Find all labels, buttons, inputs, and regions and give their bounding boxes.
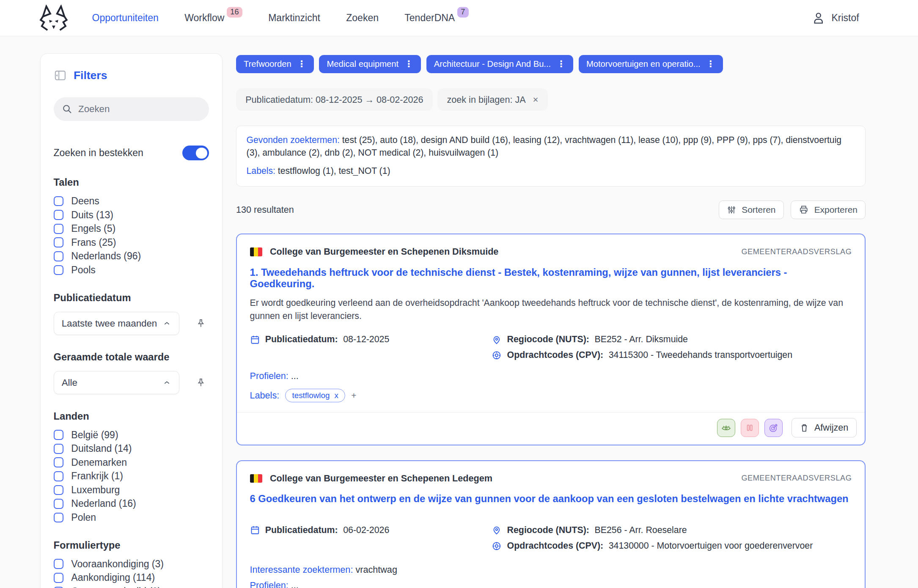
filters-title: Filters: [74, 69, 107, 82]
checkbox[interactable]: [54, 210, 64, 220]
wolf-logo-icon[interactable]: [39, 5, 69, 32]
talen-option-engels: Engels (5): [54, 223, 209, 234]
zoektermen-value: vrachtwag: [355, 564, 397, 575]
landen-option-duitsland: Duitsland (14): [54, 443, 209, 454]
watch-button[interactable]: [717, 419, 735, 437]
formuliertype-option-ontwerpwedstrijd: Ontwerpwedstrijd (0): [54, 586, 209, 588]
workflow-count-badge: 16: [227, 7, 242, 18]
checkbox[interactable]: [54, 587, 64, 588]
tender-title-link[interactable]: 1. Tweedehands heftruck voor de technisc…: [250, 267, 852, 290]
sliders-icon: [727, 205, 736, 214]
labels-label[interactable]: Labels:: [247, 166, 275, 176]
sort-button[interactable]: Sorteren: [719, 201, 783, 219]
waarde-select[interactable]: Alle: [54, 371, 179, 394]
checkbox[interactable]: [54, 573, 64, 583]
meta-label: Publicatiedatum:: [265, 334, 338, 345]
calendar-icon: [250, 525, 260, 535]
option-label: Engels (5): [71, 223, 115, 234]
kebab-menu-icon[interactable]: ⋮: [297, 59, 306, 69]
nav-item-opportuniteiten[interactable]: Opportuniteiten: [92, 12, 159, 24]
talen-option-nederlands: Nederlands (96): [54, 250, 209, 262]
landen-option-denemarken: Denemarken: [54, 457, 209, 468]
search-input[interactable]: [78, 104, 201, 115]
option-label: Polen: [71, 512, 96, 523]
regiocode-item: Regiocode (NUTS): BE252 - Arr. Diksmuide: [492, 334, 852, 345]
eye-icon: [721, 423, 731, 433]
checkbox[interactable]: [54, 265, 64, 275]
add-label-button[interactable]: +: [351, 390, 356, 401]
cpv-code-icon: [492, 350, 502, 360]
checkbox[interactable]: [54, 559, 64, 569]
pin-waarde-filter-button[interactable]: [196, 378, 206, 388]
nav-item-marktinzicht[interactable]: Marktinzicht: [268, 12, 320, 24]
zoektermen-label[interactable]: Interessante zoektermen:: [250, 564, 353, 575]
checkbox[interactable]: [54, 430, 64, 440]
profielen-label[interactable]: Profielen:: [250, 371, 289, 381]
hold-button[interactable]: [741, 419, 759, 437]
meta-value: BE252 - Arr. Diksmuide: [594, 334, 687, 345]
checkbox[interactable]: [54, 471, 64, 481]
option-label: Aankondiging (114): [71, 572, 155, 583]
reject-button[interactable]: Afwijzen: [792, 418, 857, 437]
tender-description: Er wordt goedkeuring verleend aan de ove…: [250, 297, 847, 322]
option-label: Duitsland (14): [71, 443, 132, 454]
nav-item-workflow[interactable]: Workflow 16: [184, 12, 242, 24]
checkbox[interactable]: [54, 499, 64, 509]
meta-value: 06-02-2026: [343, 525, 389, 536]
kebab-menu-icon[interactable]: ⋮: [706, 59, 715, 69]
remove-label-icon[interactable]: x: [335, 391, 338, 400]
collapse-panel-icon[interactable]: [54, 69, 67, 82]
option-label: Luxemburg: [71, 484, 120, 496]
label-chip-testflowlog[interactable]: testflowlog x: [285, 389, 345, 402]
tender-title-link[interactable]: 6 Goedkeuren van het ontwerp en de wijze…: [250, 493, 852, 505]
labels-label[interactable]: Labels:: [250, 390, 280, 401]
bestekken-toggle[interactable]: [182, 146, 209, 160]
chip-label: Trefwoorden: [244, 59, 291, 69]
checkbox[interactable]: [54, 237, 64, 247]
target-button[interactable]: [764, 419, 783, 437]
checkbox[interactable]: [54, 444, 64, 454]
export-label: Exporteren: [814, 205, 858, 215]
checkbox[interactable]: [54, 224, 64, 234]
checkbox[interactable]: [54, 251, 64, 261]
chip-architectuur[interactable]: Architectuur - Design And Bu... ⋮: [426, 55, 574, 73]
nav-item-tenderdna[interactable]: TenderDNA 7: [404, 12, 468, 24]
landen-title: Landen: [54, 411, 209, 422]
profielen-label[interactable]: Profielen:: [250, 580, 289, 588]
publicatiedatum-select[interactable]: Laatste twee maanden: [54, 312, 179, 335]
chip-motorvoertuigen[interactable]: Motorvoertuigen en operatio... ⋮: [579, 55, 723, 73]
filters-header: Filters: [54, 69, 209, 82]
checkbox[interactable]: [54, 485, 64, 495]
checkbox[interactable]: [54, 196, 64, 206]
dart-target-icon: [768, 423, 779, 433]
belgium-flag-icon: [250, 474, 262, 483]
pin-date-filter-button[interactable]: [196, 319, 206, 329]
zoektermen-row: Interessante zoektermen: vrachtwag: [250, 564, 852, 575]
tender-card-ledegem: College van Burgemeester en Schepenen Le…: [236, 460, 866, 588]
export-button[interactable]: Exporteren: [791, 201, 866, 219]
chip-label: Architectuur - Design And Bu...: [434, 59, 551, 69]
formuliertype-title: Formuliertype: [54, 540, 209, 551]
location-pin-icon: [492, 525, 502, 535]
user-menu[interactable]: Kristof: [811, 11, 859, 25]
tag-label: Publicatiedatum: 08-12-2025 → 08-02-2026: [245, 94, 423, 105]
labels-values: testflowlog (1), test_NOT (1): [278, 166, 390, 176]
user-name: Kristof: [831, 12, 859, 24]
sort-label: Sorteren: [742, 205, 775, 215]
meta-spacer: [250, 541, 492, 551]
kebab-menu-icon[interactable]: ⋮: [404, 59, 413, 69]
card-labels-row: Labels: testflowlog x +: [250, 389, 852, 402]
option-label: Frans (25): [71, 237, 116, 248]
kebab-menu-icon[interactable]: ⋮: [557, 59, 566, 69]
checkbox[interactable]: [54, 457, 64, 467]
chip-trefwoorden[interactable]: Trefwoorden ⋮: [236, 55, 314, 73]
close-icon[interactable]: ×: [533, 94, 538, 105]
nav-item-zoeken[interactable]: Zoeken: [346, 12, 379, 24]
publicatiedatum-item: Publicatiedatum: 06-02-2026: [250, 525, 492, 536]
meta-label: Opdrachtcodes (CPV):: [507, 541, 604, 551]
zoektermen-label[interactable]: Gevonden zoektermen:: [247, 135, 340, 145]
talen-option-pools: Pools: [54, 264, 209, 276]
chip-medical-equipment[interactable]: Medical equipment ⋮: [319, 55, 421, 73]
checkbox[interactable]: [54, 513, 64, 523]
landen-option-frankrijk: Frankrijk (1): [54, 470, 209, 482]
